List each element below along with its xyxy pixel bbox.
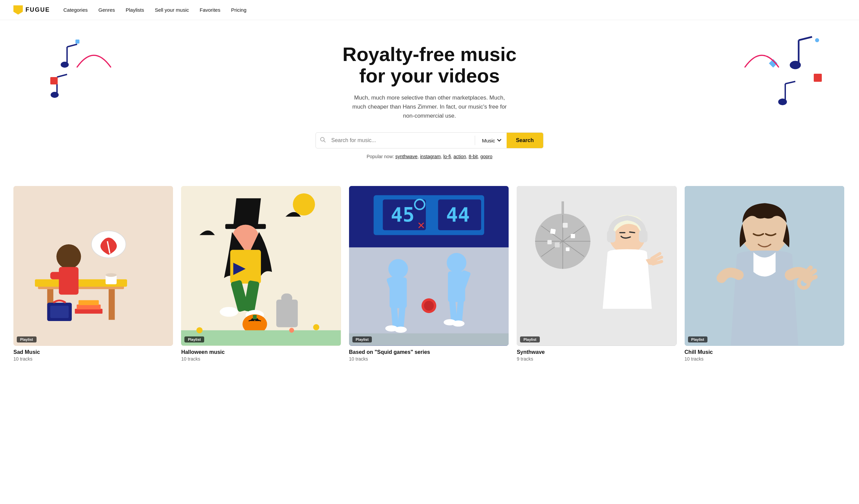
popular-tag-gopro[interactable]: gopro	[481, 154, 493, 159]
playlist-card-halloween[interactable]: Playlist Halloween music 10 tracks	[181, 186, 341, 361]
nav-genres[interactable]: Genres	[99, 7, 115, 13]
nav-links: Categories Genres Playlists Sell your mu…	[63, 7, 246, 13]
playlist-badge-sad: Playlist	[17, 336, 36, 342]
nav-playlists[interactable]: Playlists	[126, 7, 144, 13]
playlist-tracks-halloween: 10 tracks	[181, 356, 341, 362]
playlist-badge-chill: Playlist	[688, 336, 708, 342]
svg-rect-33	[75, 309, 102, 314]
logo-link[interactable]: FUGUE	[13, 5, 50, 15]
nav-sell-music[interactable]: Sell your music	[155, 7, 189, 13]
deco-arc-left	[74, 40, 114, 74]
svg-rect-97	[547, 240, 552, 244]
svg-rect-53	[181, 331, 341, 346]
svg-rect-84	[349, 333, 509, 346]
svg-point-45	[293, 193, 315, 215]
svg-point-30	[106, 273, 117, 277]
svg-point-54	[196, 327, 202, 333]
svg-line-12	[785, 81, 795, 84]
svg-marker-37	[233, 198, 261, 226]
svg-point-66	[388, 259, 408, 279]
search-bar: Music Search	[316, 132, 543, 149]
playlist-badge-squid: Playlist	[352, 336, 372, 342]
playlist-tracks-chill: 10 tracks	[685, 356, 844, 362]
svg-rect-34	[77, 305, 101, 310]
svg-point-16	[815, 38, 819, 42]
svg-line-9	[799, 37, 812, 40]
svg-point-13	[779, 99, 786, 105]
playlist-card-squid[interactable]: 45 44 ✕	[349, 186, 509, 361]
svg-point-43	[220, 307, 238, 317]
svg-rect-7	[75, 40, 79, 44]
logo-text: FUGUE	[26, 6, 50, 13]
svg-point-73	[394, 327, 407, 333]
popular-tag-instagram[interactable]: instagram	[420, 154, 440, 159]
popular-tag-action[interactable]: action	[454, 154, 466, 159]
svg-rect-94	[571, 234, 575, 238]
playlist-thumb-chill: Playlist	[685, 186, 844, 346]
playlist-name-squid: Based on "Squid games" series	[349, 349, 509, 355]
search-icon	[316, 137, 330, 144]
svg-line-18	[324, 140, 326, 142]
nav-favorites[interactable]: Favorites	[199, 7, 220, 13]
svg-text:45: 45	[391, 203, 415, 226]
svg-rect-100	[607, 230, 616, 243]
popular-now: Popular now: synthwave, instagram, lo-fi…	[13, 154, 846, 159]
popular-tag-8bit[interactable]: 8-bit	[469, 154, 478, 159]
deco-notes-left	[44, 37, 104, 104]
svg-line-4	[57, 74, 67, 77]
svg-rect-96	[566, 247, 570, 251]
nav-pricing[interactable]: Pricing	[231, 7, 246, 13]
svg-point-83	[424, 301, 434, 311]
playlist-name-synthwave: Synthwave	[517, 349, 676, 355]
svg-rect-93	[563, 223, 568, 228]
deco-arc-right	[742, 40, 782, 74]
svg-point-55	[313, 324, 319, 330]
playlist-tracks-squid: 10 tracks	[349, 356, 509, 362]
playlist-name-chill: Chill Music	[685, 349, 844, 355]
playlist-card-chill[interactable]: Playlist Chill Music 10 tracks	[685, 186, 844, 361]
playlist-thumb-synthwave: Playlist	[517, 186, 676, 346]
popular-tag-synthwave[interactable]: synthwave	[395, 154, 418, 159]
search-type-selector[interactable]: Music	[477, 138, 506, 143]
popular-tag-lofi[interactable]: lo-fi	[443, 154, 451, 159]
logo-icon	[13, 5, 23, 15]
chevron-down-icon	[497, 139, 501, 142]
svg-rect-32	[50, 306, 69, 318]
svg-rect-95	[555, 243, 560, 248]
svg-rect-86	[517, 186, 676, 346]
svg-text:44: 44	[446, 203, 470, 226]
search-input[interactable]	[330, 133, 473, 148]
svg-point-74	[447, 253, 466, 273]
search-button[interactable]: Search	[507, 133, 543, 148]
svg-rect-19	[13, 186, 173, 346]
playlist-tracks-sad: 10 tracks	[13, 356, 173, 362]
search-divider	[475, 136, 475, 145]
svg-point-2	[61, 62, 68, 67]
playlist-card-sad[interactable]: Playlist Sad Music 10 tracks	[13, 186, 173, 361]
svg-point-56	[289, 328, 295, 333]
svg-text:✕: ✕	[417, 220, 425, 231]
svg-rect-25	[59, 267, 79, 294]
svg-rect-15	[814, 74, 822, 82]
playlist-card-synthwave[interactable]: Playlist Synthwave 9 tracks	[517, 186, 676, 361]
svg-rect-50	[276, 300, 298, 327]
svg-rect-101	[639, 230, 648, 243]
svg-rect-14	[769, 59, 777, 67]
svg-point-24	[56, 244, 81, 269]
playlist-badge-halloween: Playlist	[184, 336, 204, 342]
svg-rect-92	[550, 229, 556, 234]
playlist-thumb-halloween: Playlist	[181, 186, 341, 346]
svg-line-1	[67, 44, 77, 47]
svg-line-103	[630, 232, 635, 233]
nav-categories[interactable]: Categories	[63, 7, 88, 13]
navbar: FUGUE Categories Genres Playlists Sell y…	[0, 0, 859, 20]
deco-notes-right	[752, 33, 826, 127]
playlist-badge-synthwave: Playlist	[520, 336, 540, 342]
hero-section: Royalty-free music for your videos Much,…	[0, 20, 859, 172]
playlist-name-sad: Sad Music	[13, 349, 173, 355]
svg-point-5	[51, 92, 58, 97]
hero-title: Royalty-free music for your videos	[329, 44, 530, 87]
svg-rect-6	[50, 77, 58, 85]
playlist-tracks-synthwave: 9 tracks	[517, 356, 676, 362]
playlists-grid: Playlist Sad Music 10 tracks	[13, 186, 846, 361]
